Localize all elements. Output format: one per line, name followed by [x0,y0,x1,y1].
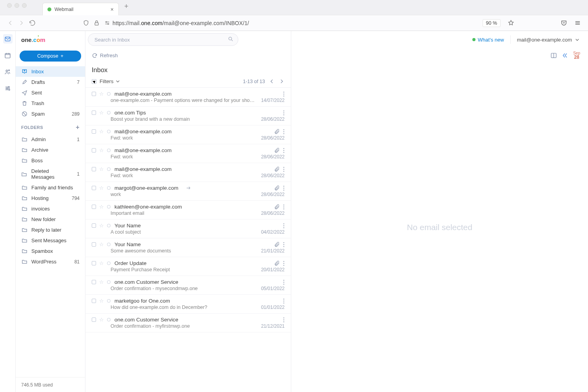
folder-item[interactable]: New folder [16,214,85,225]
lock-icon[interactable] [94,20,100,26]
mail-more-button[interactable] [283,242,285,247]
page-next-button[interactable] [279,78,285,84]
sidebar-item-drafts[interactable]: Drafts7 [16,77,85,87]
mail-more-button[interactable] [283,110,285,116]
mail-more-button[interactable] [283,261,285,266]
unread-dot-icon[interactable] [107,149,111,152]
mail-row[interactable]: ☆mail@one-example.comone-example.com - P… [85,88,291,107]
whats-new-button[interactable]: What's new [472,37,504,43]
mail-checkbox[interactable] [92,205,96,209]
rail-calendar-icon[interactable] [3,51,13,60]
mail-row[interactable]: ☆Your NameSome awesome documents21/01/20… [85,238,291,257]
mail-more-button[interactable] [283,91,285,97]
folder-item[interactable]: Admin1 [16,134,85,145]
mail-checkbox[interactable] [92,261,96,265]
star-icon[interactable]: ☆ [99,279,104,285]
mail-more-button[interactable] [283,167,285,172]
menu-icon[interactable] [574,20,581,26]
rail-settings-icon[interactable] [3,83,13,93]
mail-row[interactable]: ☆margot@one-example.comwork28/06/2022 [85,182,291,201]
search-input[interactable] [88,33,238,46]
mail-more-button[interactable] [283,279,285,285]
sidebar-item-sent[interactable]: Sent [16,87,85,98]
star-icon[interactable]: ☆ [99,317,104,323]
star-icon[interactable]: ☆ [99,147,104,153]
unread-dot-icon[interactable] [107,111,111,114]
folder-item[interactable]: Sent Messages [16,235,85,246]
folder-item[interactable]: WordPress81 [16,256,85,267]
tab-close-icon[interactable]: × [111,6,114,13]
mail-row[interactable]: ☆one.com Customer ServiceOrder confirmat… [85,276,291,295]
rail-contacts-icon[interactable] [3,67,13,76]
mail-checkbox[interactable] [92,111,96,115]
mail-checkbox[interactable] [92,223,96,228]
browser-tab[interactable]: Webmail × [42,3,119,15]
zoom-level[interactable]: 90 % [483,19,501,27]
folder-item[interactable]: Reply to later [16,225,85,235]
star-icon[interactable]: ☆ [99,204,104,210]
unread-dot-icon[interactable] [107,130,111,133]
forward-button[interactable] [16,18,27,29]
folder-item[interactable]: invoices [16,203,85,214]
shield-icon[interactable] [83,20,89,26]
traffic-light-close[interactable] [7,3,12,8]
sidebar-item-inbox[interactable]: Inbox [16,66,85,77]
back-button[interactable] [5,18,16,29]
pocket-icon[interactable] [561,20,567,26]
mail-row[interactable]: ☆kathleen@one-example.comImportant email… [85,201,291,220]
mail-more-button[interactable] [283,129,285,134]
mail-more-button[interactable] [283,223,285,229]
star-icon[interactable]: ☆ [99,241,104,247]
star-icon[interactable]: ☆ [99,129,104,134]
unread-dot-icon[interactable] [107,92,111,96]
mail-checkbox[interactable] [92,167,96,171]
mail-checkbox[interactable] [92,148,96,152]
folder-item[interactable]: Deleted Messages1 [16,166,85,182]
mail-more-button[interactable] [283,204,285,210]
mail-row[interactable]: ☆one.com Customer ServiceOrder confirmat… [85,314,291,332]
account-dropdown[interactable]: mail@one-example.com [517,37,580,43]
star-icon[interactable]: ☆ [99,110,104,116]
unread-dot-icon[interactable] [107,167,111,171]
folder-item[interactable]: Archive [16,145,85,155]
mail-row[interactable]: ☆mail@one-example.comFwd: work28/06/2022 [85,163,291,182]
mail-checkbox[interactable] [92,299,96,303]
page-prev-button[interactable] [269,78,275,84]
mail-row[interactable]: ☆mail@one-example.comFwd: work28/06/2022 [85,125,291,144]
star-icon[interactable]: ☆ [99,260,104,266]
mail-row[interactable]: ☆marketgoo for One.comHow did one-exampl… [85,295,291,314]
mail-row[interactable]: ☆mail@one-example.comFwd: work28/06/2022 [85,144,291,163]
folder-item[interactable]: Hosting794 [16,193,85,203]
collapse-icon[interactable] [562,52,568,59]
sidebar-item-spam[interactable]: Spam289 [16,109,85,119]
traffic-light-min[interactable] [15,3,19,8]
new-tab-button[interactable]: + [124,2,129,13]
star-icon[interactable]: ☆ [99,185,104,191]
calendar-badge[interactable]: Sep 28 [573,51,580,60]
mail-checkbox[interactable] [92,280,96,284]
unread-dot-icon[interactable] [107,186,111,190]
reload-button[interactable] [27,18,38,29]
mail-row[interactable]: ☆Order UpdatePayment Purchase Receipt20/… [85,257,291,276]
filters-button[interactable]: Filters [100,78,121,84]
bookmark-icon[interactable] [508,20,514,26]
star-icon[interactable]: ☆ [99,91,104,97]
mail-checkbox[interactable] [92,242,96,247]
unread-dot-icon[interactable] [107,299,111,303]
sidebar-item-trash[interactable]: Trash [16,98,85,109]
mail-checkbox[interactable] [92,92,96,96]
mail-checkbox[interactable] [92,129,96,134]
mail-checkbox[interactable] [92,318,96,322]
add-folder-button[interactable]: + [76,124,80,131]
star-icon[interactable]: ☆ [99,166,104,172]
folder-item[interactable]: Family and friends [16,182,85,193]
unread-dot-icon[interactable] [107,318,111,321]
mail-more-button[interactable] [283,148,285,153]
mail-more-button[interactable] [283,185,285,191]
mail-checkbox[interactable] [92,186,96,190]
folder-item[interactable]: Boss [16,155,85,166]
select-all-checkbox[interactable] [92,79,96,84]
mail-row[interactable]: ☆one.com TipsBoost your brand with a new… [85,107,291,125]
star-icon[interactable]: ☆ [99,223,104,229]
mail-more-button[interactable] [283,317,285,323]
